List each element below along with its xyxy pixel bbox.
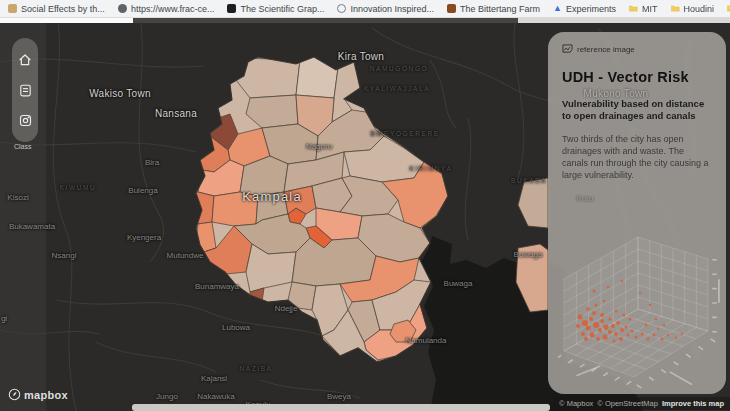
scatter-point [623, 314, 626, 317]
scatter-point [584, 337, 588, 341]
bookmark-label: The Bittertang Farm [460, 4, 540, 14]
bookmarks-bar: Social Effects by th...https://www.frac-… [0, 0, 730, 18]
scatter-point [621, 280, 623, 282]
scatter-point [657, 328, 659, 330]
bookmark-item[interactable]: The Scientific Grap... [227, 4, 324, 14]
broken-image-icon [562, 44, 573, 54]
scatter-point [600, 319, 604, 323]
scatter-point [641, 333, 644, 336]
page-top-strip-dark [133, 18, 518, 23]
panel-title: UDH - Vector Risk [562, 69, 712, 85]
scatter-point [613, 340, 616, 343]
journal-icon[interactable] [18, 83, 33, 98]
horizontal-scrollbar-thumb[interactable] [132, 404, 550, 411]
mapbox-logo-text: mapbox [24, 389, 68, 401]
scatter-point [589, 317, 593, 321]
scatter-point [616, 321, 620, 325]
bookmark-item[interactable]: Houdini [671, 4, 715, 14]
scatter-point [576, 324, 580, 328]
scatter-point [645, 324, 648, 327]
scatter-point [655, 318, 658, 321]
bookmark-label: Houdini [684, 4, 715, 14]
scatter-point [604, 325, 609, 330]
scatter-point [663, 324, 665, 326]
scatter-point [635, 336, 638, 339]
panel-body-text: Two thirds of the city has open drainage… [562, 133, 712, 182]
bookmark-item[interactable]: The Bittertang Farm [447, 4, 540, 14]
page-top-strip-white [0, 18, 133, 23]
scatter-point [681, 333, 683, 335]
bookmark-item[interactable]: ▲Experiments [553, 4, 616, 14]
bookmark-favicon-square [227, 4, 236, 13]
mapbox-logo[interactable]: mapbox [8, 388, 68, 401]
camera-icon[interactable] [18, 113, 33, 128]
scatter-point [590, 333, 595, 338]
home-icon[interactable] [17, 52, 33, 68]
scatter-point [619, 337, 623, 341]
scatter-point [586, 307, 590, 311]
scatter-point [607, 286, 609, 288]
map-attribution: © Mapbox © OpenStreetMap Improve this ma… [553, 397, 730, 410]
scatter-point [653, 334, 656, 337]
reference-image-alt-text: reference image [577, 45, 635, 54]
scatter-point [581, 332, 585, 336]
scatter-point [592, 311, 596, 315]
bookmark-label: Innovation Inspired... [350, 4, 434, 14]
scatter-point [661, 338, 664, 341]
scatter-point [600, 313, 604, 317]
scatter-point [667, 334, 669, 336]
scatter-point [649, 304, 651, 306]
parish-region[interactable] [292, 238, 376, 286]
scatter-point [615, 310, 618, 313]
bookmark-favicon-circle [337, 4, 346, 13]
scatter-point [625, 326, 628, 329]
vector-risk-3d-scatter-plot[interactable] [558, 231, 722, 391]
improve-this-map-link[interactable]: Improve this map [662, 399, 724, 408]
scatter-point [578, 315, 583, 320]
scatter-point [675, 337, 677, 339]
scatter-point [639, 292, 641, 294]
scatter-point [631, 330, 634, 333]
bookmark-favicon-square [447, 4, 456, 13]
info-panel: reference image UDH - Vector Risk Vulner… [548, 32, 726, 394]
scatter-point [586, 326, 591, 331]
panel-subtitle: Vulnerability based on distance to open … [562, 98, 712, 123]
toolbar-class-label: Class [14, 143, 32, 150]
scatter-point [620, 328, 624, 332]
scatter-point [627, 334, 630, 337]
bookmark-item[interactable]: https://www.frac-ce... [118, 4, 215, 14]
scatter-point [629, 318, 632, 321]
bookmark-label: MIT [642, 4, 658, 14]
scatter-point [611, 324, 615, 328]
scatter-point [595, 304, 598, 307]
scatter-point [593, 290, 596, 293]
bookmark-item[interactable]: Innovation Inspired... [337, 4, 434, 14]
mapbox-logo-icon [8, 388, 21, 401]
bookmark-label: Experiments [566, 4, 616, 14]
bookmark-favicon-triangle: ▲ [553, 4, 562, 13]
bookmark-favicon-globe [118, 4, 127, 13]
map-tool-pill [12, 38, 38, 142]
parish-region[interactable] [212, 192, 258, 226]
bookmark-label: https://www.frac-ce... [131, 4, 215, 14]
scatter-point [608, 330, 612, 334]
scatter-point [596, 337, 600, 341]
reference-image-placeholder: reference image [562, 44, 712, 54]
bookmark-favicon-folder [629, 4, 638, 13]
scatter-point [609, 318, 612, 321]
bookmark-label: The Scientific Grap... [240, 4, 324, 14]
bookmark-item[interactable]: Social Effects by th... [8, 4, 105, 14]
attribution-osm-link[interactable]: © OpenStreetMap [597, 399, 658, 408]
attribution-mapbox-link[interactable]: © Mapbox [559, 399, 593, 408]
scatter-point [603, 335, 608, 340]
scatter-point [582, 320, 588, 326]
scatter-point [647, 338, 650, 341]
page-top-strip-light [518, 18, 730, 23]
bookmark-item[interactable]: MIT [629, 4, 658, 14]
scatter-point [614, 332, 618, 336]
scatter-point [598, 328, 602, 332]
scatter-point [603, 300, 605, 302]
scatter-point [593, 322, 599, 328]
bookmark-label: Social Effects by th... [21, 4, 105, 14]
bookmark-favicon-folder [671, 4, 680, 13]
